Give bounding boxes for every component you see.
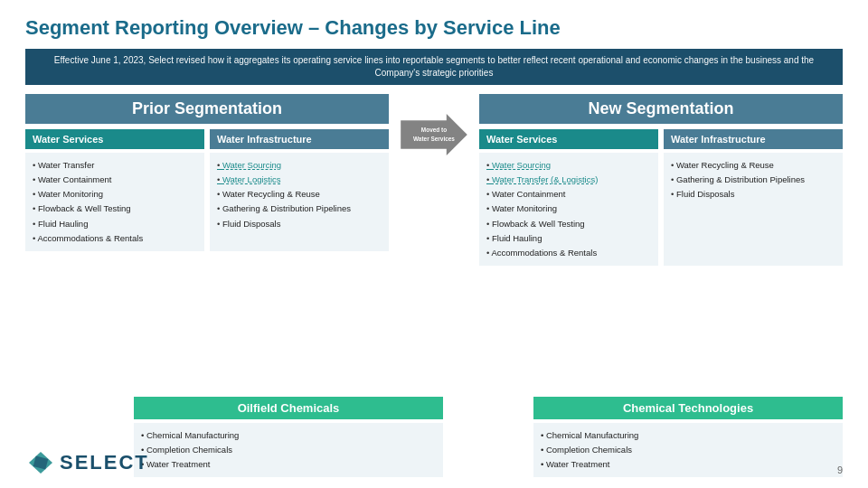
logo-area: SELECT [25,450,149,475]
list-item: Accommodations & Rentals [33,231,197,246]
list-item: Flowback & Well Testing [486,217,651,231]
list-item: Water Containment [486,187,651,202]
prior-water-services-col: Water Services Water Transfer Water Cont… [25,129,204,251]
prior-ws-list: Water Transfer Water Containment Water M… [33,158,197,246]
main-content: Prior Segmentation Water Services Water … [25,94,843,391]
moved-arrow-icon: Moved to Water Services [401,114,467,155]
prior-segmentation: Prior Segmentation Water Services Water … [25,94,389,251]
prior-wi-body: Water Sourcing Water Logistics Water Rec… [210,153,389,251]
list-item: Water Monitoring [33,187,197,202]
prior-header: Prior Segmentation [25,94,389,124]
new-wi-list: Water Recycling & Reuse Gathering & Dist… [671,158,835,202]
list-item: Gathering & Distribution Pipelines [217,202,382,216]
list-item: Completion Chemicals [541,443,835,457]
list-item: Water Monitoring [486,202,651,216]
logo-text: SELECT [60,451,149,474]
list-item: Fluid Hauling [33,217,197,231]
new-water-infra-col: Water Infrastructure Water Recycling & R… [664,129,843,266]
prior-wi-list: Water Sourcing Water Logistics Water Rec… [217,158,382,231]
list-item: Water Recycling & Reuse [671,158,835,173]
list-item: Water Transfer [33,158,197,173]
prior-ws-body: Water Transfer Water Containment Water M… [25,153,204,251]
list-item: Flowback & Well Testing [33,202,197,216]
list-item: Gathering & Distribution Pipelines [671,173,835,187]
svg-text:Water Services: Water Services [413,136,455,142]
arrow-box: Moved to Water Services [401,114,467,155]
prior-ws-header: Water Services [25,129,204,149]
new-ws-list: Water Sourcing Water Transfer (& Logisti… [486,158,651,260]
new-water-services-col: Water Services Water Sourcing Water Tran… [479,129,658,266]
new-columns: Water Services Water Sourcing Water Tran… [479,129,843,266]
notice-bar: Effective June 1, 2023, Select revised h… [25,49,843,85]
oilfield-chem-header: Oilfield Chemicals [134,397,443,419]
list-item: Water Transfer (& Logistics) [486,173,651,187]
oilfield-chemicals-box: Oilfield Chemicals Chemical Manufacturin… [134,397,443,477]
list-item: Water Sourcing [486,158,651,173]
list-item: Water Treatment [541,457,835,472]
list-item: Fluid Disposals [217,217,382,231]
chem-tech-header: Chemical Technologies [533,397,843,419]
list-item: Water Recycling & Reuse [217,187,382,202]
svg-text:Moved to: Moved to [421,127,447,133]
new-wi-body: Water Recycling & Reuse Gathering & Dist… [664,153,843,266]
list-item: Accommodations & Rentals [486,246,651,260]
oilfield-chem-list: Chemical Manufacturing Completion Chemic… [141,428,436,472]
chem-tech-body: Chemical Manufacturing Completion Chemic… [533,423,843,477]
new-wi-header: Water Infrastructure [664,129,843,149]
list-item: Completion Chemicals [141,443,436,457]
list-item: Water Sourcing [217,158,382,173]
list-item: Water Treatment [141,457,436,472]
new-segmentation: New Segmentation Water Services Water So… [479,94,843,266]
svg-marker-0 [401,114,467,155]
prior-water-infra-col: Water Infrastructure Water Sourcing Wate… [210,129,389,251]
arrow-area: Moved to Water Services [398,94,470,155]
list-item: Water Containment [33,173,197,187]
list-item: Chemical Manufacturing [141,428,436,443]
list-item: Fluid Hauling [486,231,651,246]
select-logo-icon [25,450,56,475]
oilfield-chem-body: Chemical Manufacturing Completion Chemic… [134,423,443,477]
page-number: 9 [837,465,843,475]
list-item: Chemical Manufacturing [541,428,835,443]
spacer-arrow [452,397,524,477]
new-ws-body: Water Sourcing Water Transfer (& Logisti… [479,153,658,266]
prior-wi-header: Water Infrastructure [210,129,389,149]
list-item: Fluid Disposals [671,187,835,202]
chem-tech-list: Chemical Manufacturing Completion Chemic… [541,428,835,472]
list-item: Water Logistics [217,173,382,187]
new-header: New Segmentation [479,94,843,124]
page-title: Segment Reporting Overview – Changes by … [25,16,843,40]
chem-tech-box: Chemical Technologies Chemical Manufactu… [533,397,843,477]
new-ws-header: Water Services [479,129,658,149]
prior-columns: Water Services Water Transfer Water Cont… [25,129,389,251]
